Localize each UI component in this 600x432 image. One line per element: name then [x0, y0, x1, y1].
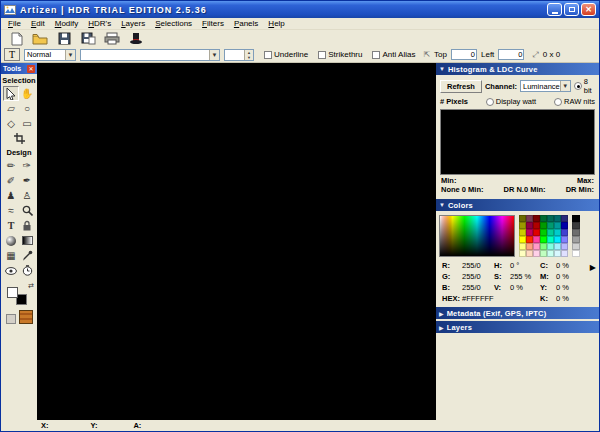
- palette-swatch[interactable]: [554, 229, 561, 236]
- display-watt-option[interactable]: Display watt: [486, 97, 536, 106]
- palette-swatch[interactable]: [547, 229, 554, 236]
- palette-swatch[interactable]: [540, 222, 547, 229]
- foreground-color-swatch[interactable]: [7, 287, 18, 298]
- palette-swatch[interactable]: [561, 215, 568, 222]
- histogram-panel-header[interactable]: ▼ Histogram & LDC Curve: [436, 63, 599, 75]
- polygon-select-tool[interactable]: ◇: [3, 116, 19, 131]
- palette-swatch[interactable]: [519, 250, 526, 257]
- save-button[interactable]: [55, 31, 73, 47]
- hand-tool[interactable]: ✋: [19, 86, 35, 101]
- lasso-tool[interactable]: ▱: [3, 101, 19, 116]
- lock-tool[interactable]: [19, 218, 35, 233]
- palette-swatch[interactable]: [554, 236, 561, 243]
- palette-swatch[interactable]: [533, 243, 540, 250]
- palette-swatch[interactable]: [533, 229, 540, 236]
- tools-panel-header[interactable]: Tools ✕: [1, 63, 37, 74]
- marker-tool[interactable]: ✑: [19, 158, 35, 173]
- zoom-tool[interactable]: [19, 203, 35, 218]
- grayscale-swatch[interactable]: [572, 250, 580, 257]
- chevron-down-icon[interactable]: ▼: [65, 50, 75, 60]
- palette-swatch[interactable]: [554, 215, 561, 222]
- menu-layers[interactable]: Layers: [116, 19, 150, 28]
- smudge-tool[interactable]: ≈: [3, 203, 19, 218]
- palette-swatch[interactable]: [526, 236, 533, 243]
- antialias-checkbox[interactable]: [372, 51, 380, 59]
- palette-swatch[interactable]: [547, 250, 554, 257]
- minimize-button[interactable]: [547, 3, 562, 16]
- menu-hdrs[interactable]: HDR's: [83, 19, 116, 28]
- canvas[interactable]: [37, 63, 436, 420]
- clone-stamp-tool[interactable]: ♟: [3, 188, 19, 203]
- palette-swatch[interactable]: [561, 229, 568, 236]
- display-watt-radio[interactable]: [486, 98, 494, 106]
- swap-colors-icon[interactable]: ⇄: [28, 282, 34, 290]
- select-arrow-tool[interactable]: [3, 86, 19, 101]
- palette-swatch[interactable]: [547, 222, 554, 229]
- palette-swatch[interactable]: [540, 215, 547, 222]
- bit-8-option[interactable]: 8 bit: [574, 77, 595, 95]
- chevron-down-icon[interactable]: ▼: [560, 81, 570, 91]
- menu-file[interactable]: File: [3, 19, 26, 28]
- palette-knife-tool[interactable]: ▦: [3, 248, 19, 263]
- palette-swatch[interactable]: [554, 250, 561, 257]
- pattern-stamp-tool[interactable]: ♙: [19, 188, 35, 203]
- colors-panel-header[interactable]: ▼ Colors: [436, 199, 599, 211]
- underline-checkbox[interactable]: [264, 51, 272, 59]
- grayscale-swatch[interactable]: [572, 229, 580, 236]
- histogram-plot[interactable]: [440, 109, 595, 175]
- raw-nits-option[interactable]: RAW nits: [554, 97, 595, 106]
- left-field[interactable]: 0: [498, 49, 524, 60]
- menu-edit[interactable]: Edit: [26, 19, 50, 28]
- palette-swatch[interactable]: [540, 250, 547, 257]
- new-document-button[interactable]: [7, 31, 25, 47]
- raw-nits-radio[interactable]: [554, 98, 562, 106]
- color-picker-field[interactable]: [439, 215, 515, 257]
- airbrush-tool[interactable]: ✐: [3, 173, 19, 188]
- layers-panel-header[interactable]: ▶ Layers: [436, 321, 599, 333]
- palette-swatch[interactable]: [561, 236, 568, 243]
- timer-tool[interactable]: [19, 263, 35, 278]
- refresh-button[interactable]: Refresh: [440, 80, 482, 93]
- eyedropper-tool[interactable]: [19, 248, 35, 263]
- menu-modify[interactable]: Modify: [50, 19, 84, 28]
- rect-select-tool[interactable]: ▭: [19, 116, 35, 131]
- font-select[interactable]: ▼: [80, 49, 220, 61]
- underline-option[interactable]: Underline: [264, 50, 308, 59]
- palette-swatch[interactable]: [554, 222, 561, 229]
- palette-swatch[interactable]: [540, 236, 547, 243]
- bit-8-radio[interactable]: [574, 82, 582, 90]
- palette-swatch[interactable]: [519, 222, 526, 229]
- pen-tool[interactable]: ✒: [19, 173, 35, 188]
- ellipse-select-tool[interactable]: ○: [19, 101, 35, 116]
- color-options-arrow-icon[interactable]: ▶: [590, 263, 596, 272]
- texture-swatch[interactable]: [19, 310, 33, 324]
- palette-swatch[interactable]: [519, 236, 526, 243]
- palette-swatch[interactable]: [561, 250, 568, 257]
- antialias-option[interactable]: Anti Alias: [372, 50, 415, 59]
- palette-swatch[interactable]: [554, 243, 561, 250]
- palette-swatch[interactable]: [561, 243, 568, 250]
- palette-swatch[interactable]: [540, 243, 547, 250]
- chevron-down-icon[interactable]: ▼: [209, 50, 219, 60]
- close-button[interactable]: ✕: [581, 3, 596, 16]
- palette-swatch[interactable]: [526, 215, 533, 222]
- palette-swatch[interactable]: [526, 250, 533, 257]
- menu-filters[interactable]: Filters: [197, 19, 229, 28]
- palette-swatch[interactable]: [519, 215, 526, 222]
- palette-swatch[interactable]: [547, 236, 554, 243]
- palette-swatch[interactable]: [533, 215, 540, 222]
- save-as-button[interactable]: [79, 31, 97, 47]
- palette-swatch[interactable]: [540, 229, 547, 236]
- palette-swatch[interactable]: [519, 229, 526, 236]
- tools-close-icon[interactable]: ✕: [27, 65, 35, 73]
- eye-tool[interactable]: [3, 263, 19, 278]
- menu-selections[interactable]: Selections: [150, 19, 197, 28]
- text-tool[interactable]: T: [3, 218, 19, 233]
- text-tool-button[interactable]: T: [4, 48, 20, 61]
- palette-swatch[interactable]: [533, 250, 540, 257]
- grayscale-swatch[interactable]: [572, 243, 580, 250]
- palette-swatch[interactable]: [526, 229, 533, 236]
- gradient-swatch[interactable]: [6, 314, 16, 324]
- menu-help[interactable]: Help: [263, 19, 289, 28]
- menu-panels[interactable]: Panels: [229, 19, 263, 28]
